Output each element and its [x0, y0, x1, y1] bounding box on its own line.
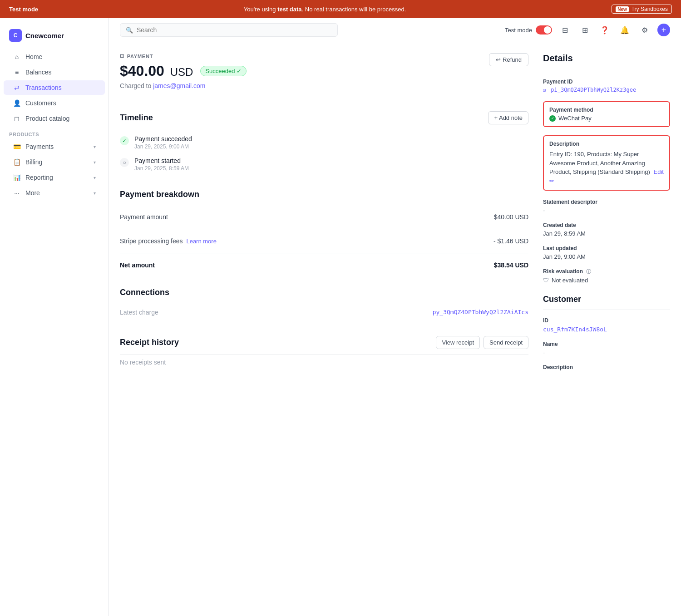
last-updated-item: Last updated Jan 29, 9:00 AM — [543, 245, 670, 260]
breakdown-value: $40.00 USD — [494, 213, 528, 221]
sidebar-logo[interactable]: C Cnewcomer — [0, 25, 109, 49]
description-label: Description — [549, 141, 664, 147]
net-value: $38.54 USD — [494, 261, 528, 269]
toggle-switch[interactable] — [536, 25, 552, 34]
sidebar-item-billing[interactable]: 📋 Billing ▾ — [4, 155, 105, 169]
info-icon: ⓘ — [586, 269, 591, 274]
timeline-item: ✓ Payment succeeded Jan 29, 2025, 9:00 A… — [120, 132, 528, 153]
no-receipts-text: No receipts sent — [120, 355, 528, 370]
connections-title: Connections — [120, 288, 528, 297]
test-mode-toggle-label: Test mode — [505, 27, 532, 34]
learn-more-link[interactable]: Learn more — [186, 238, 216, 245]
company-name: Cnewcomer — [25, 32, 64, 39]
sidebar-item-balances[interactable]: ≡ Balances — [4, 65, 105, 79]
notifications-icon-button[interactable]: 🔔 — [617, 23, 632, 37]
timeline-title: Timeline — [120, 113, 153, 123]
statement-descriptor-item: Statement descriptor - — [543, 199, 670, 214]
more-icon: ··· — [13, 189, 21, 197]
shield-icon: 🛡 — [543, 277, 549, 284]
success-icon: ✓ — [120, 136, 129, 145]
chevron-down-icon: ▾ — [94, 160, 96, 165]
sidebar-item-label: Transactions — [25, 84, 62, 91]
risk-eval-value: 🛡 Not evaluated — [543, 277, 670, 284]
product-catalog-icon: ◻ — [13, 115, 21, 122]
payment-method-name: ✓ WeChat Pay — [549, 115, 664, 122]
breakdown-title: Payment breakdown — [120, 190, 528, 199]
sidebar-item-home[interactable]: ⌂ Home — [4, 49, 105, 64]
sidebar-item-label: More — [25, 189, 40, 197]
add-button[interactable]: + — [657, 24, 670, 36]
details-title: Details — [543, 53, 670, 64]
payment-icon: ⊡ — [120, 53, 124, 59]
payment-section-label: ⊡ PAYMENT — [120, 53, 247, 59]
search-box[interactable]: 🔍 — [120, 23, 338, 37]
timeline-item: ○ Payment started Jan 29, 2025, 8:59 AM — [120, 153, 528, 175]
connections-label: Latest charge — [120, 309, 158, 316]
customers-icon: 👤 — [13, 99, 21, 107]
last-updated-label: Last updated — [543, 245, 670, 251]
try-sandboxes-label: Try Sandboxes — [632, 6, 668, 12]
event-time: Jan 29, 2025, 9:00 AM — [134, 143, 192, 150]
sidebar-item-reporting[interactable]: 📊 Reporting ▾ — [4, 170, 105, 185]
grid-icon-button[interactable]: ⊞ — [577, 23, 592, 37]
sidebar-item-more[interactable]: ··· More ▾ — [4, 186, 105, 200]
sidebar-item-customers[interactable]: 👤 Customers — [4, 96, 105, 110]
search-input[interactable] — [137, 26, 332, 34]
settings-icon-button[interactable]: ⚙ — [637, 23, 652, 37]
refund-button[interactable]: ↩ Refund — [489, 53, 528, 66]
connections-section: Connections Latest charge py_3QmQZ4DPTbh… — [120, 288, 528, 321]
sidebar-item-label: Billing — [25, 158, 42, 166]
balances-icon: ≡ — [13, 69, 21, 76]
payment-method-label: Payment method — [549, 107, 664, 113]
sidebar-item-label: Home — [25, 53, 42, 60]
help-icon-button[interactable]: ❓ — [597, 23, 612, 37]
statement-descriptor-label: Statement descriptor — [543, 199, 670, 205]
customer-name-label: Name — [543, 341, 670, 347]
add-note-button[interactable]: + Add note — [488, 111, 528, 124]
details-panel: Details Payment ID ⊡ pi_3QmQZ4DPTbhWyQ2l… — [543, 53, 670, 370]
risk-evaluation-label: Risk evaluation ⓘ — [543, 268, 670, 275]
customer-title: Customer — [543, 295, 670, 304]
receipt-title: Receipt history — [120, 338, 179, 347]
send-receipt-button[interactable]: Send receipt — [484, 336, 528, 349]
sidebar-item-product-catalog[interactable]: ◻ Product catalog — [4, 111, 105, 126]
event-time: Jan 29, 2025, 8:59 AM — [134, 165, 189, 172]
status-badge: Succeeded ✓ — [200, 66, 247, 76]
sidebar-item-label: Reporting — [25, 174, 53, 181]
test-mode-toggle[interactable]: Test mode — [505, 25, 552, 34]
search-icon: 🔍 — [126, 27, 133, 34]
customer-id-link[interactable]: cus_Rfm7KIn4sJW8oL — [543, 326, 607, 333]
created-date-item: Created date Jan 29, 8:59 AM — [543, 222, 670, 237]
net-label: Net amount — [120, 261, 155, 269]
timeline-event: Payment started Jan 29, 2025, 8:59 AM — [134, 157, 189, 172]
gear-icon: ⚙ — [642, 26, 648, 34]
customer-name-value: - — [543, 349, 670, 356]
description-text: Entry ID: 190, Products: My Super Awesom… — [549, 150, 664, 185]
customer-id-label: ID — [543, 317, 670, 324]
sidebar: C Cnewcomer ⌂ Home ≡ Balances ⇄ Transact… — [0, 18, 109, 616]
risk-evaluation-item: Risk evaluation ⓘ 🛡 Not evaluated — [543, 268, 670, 284]
sidebar-item-label: Product catalog — [25, 115, 69, 122]
timeline-section: Timeline + Add note ✓ Payment succeeded … — [120, 111, 528, 175]
sidebar-item-transactions[interactable]: ⇄ Transactions — [4, 80, 105, 95]
products-section-label: Products — [0, 126, 109, 139]
channel-icon-button[interactable]: ⊟ — [558, 23, 572, 37]
sidebar-item-label: Balances — [25, 69, 52, 76]
breakdown-row: Payment amount $40.00 USD — [120, 209, 528, 225]
customer-email-link[interactable]: james@gmail.com — [153, 82, 205, 89]
last-updated-value: Jan 29, 9:00 AM — [543, 253, 670, 260]
charged-to: Charged to james@gmail.com — [120, 82, 247, 89]
help-icon: ❓ — [600, 26, 609, 34]
customer-name-item: Name - — [543, 341, 670, 356]
net-amount-row: Net amount $38.54 USD — [120, 257, 528, 273]
event-title: Payment started — [134, 157, 189, 164]
transactions-icon: ⇄ — [13, 84, 21, 91]
created-date-value: Jan 29, 8:59 AM — [543, 230, 670, 237]
view-receipt-button[interactable]: View receipt — [436, 336, 480, 349]
chevron-down-icon: ▾ — [94, 191, 96, 196]
sidebar-item-payments[interactable]: 💳 Payments ▾ — [4, 139, 105, 154]
payment-id-icon: ⊡ — [543, 88, 546, 93]
plus-icon: + — [661, 25, 666, 35]
payment-id-label: Payment ID — [543, 79, 670, 85]
try-sandboxes-button[interactable]: New Try Sandboxes — [612, 5, 672, 14]
